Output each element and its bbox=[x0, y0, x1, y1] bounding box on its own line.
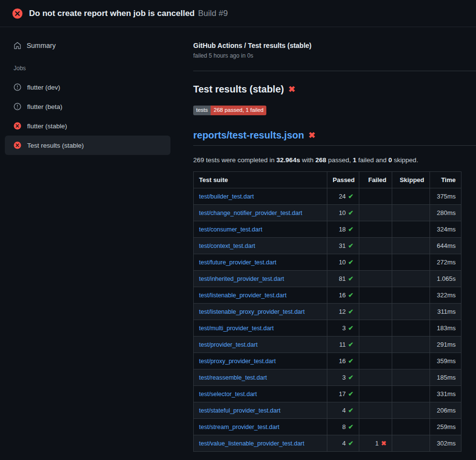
job-label: flutter (dev) bbox=[27, 84, 60, 91]
suite-link[interactable]: test/reassemble_test.dart bbox=[199, 374, 267, 381]
sidebar-item-summary[interactable]: Summary bbox=[5, 38, 170, 53]
tests-badge: tests 268 passed, 1 failed bbox=[193, 106, 266, 115]
skipped-cell bbox=[392, 402, 430, 418]
passed-cell: 12✔ bbox=[327, 303, 359, 320]
sidebar-item-flutter-dev[interactable]: flutter (dev) bbox=[5, 77, 170, 97]
check-icon: ✔ bbox=[348, 193, 353, 200]
main-content: GitHub Actions / Test results (stable) f… bbox=[185, 27, 476, 452]
page: { "colors": { "accent-red": "#f85149", "… bbox=[0, 0, 476, 460]
skipped-cell bbox=[392, 270, 430, 287]
failed-cell bbox=[359, 385, 392, 402]
suite-cell: test/listenable_provider_test.dart bbox=[194, 287, 327, 303]
suite-link[interactable]: test/value_listenable_provider_test.dart bbox=[199, 440, 305, 447]
header: Do not create report when job is cancell… bbox=[0, 0, 476, 27]
job-label: flutter (beta) bbox=[27, 103, 62, 110]
page-title: Do not create report when job is cancell… bbox=[29, 9, 228, 18]
suite-cell: test/multi_provider_test.dart bbox=[194, 320, 327, 336]
report-link[interactable]: reports/test-results.json bbox=[193, 130, 304, 141]
passed-cell: 11✔ bbox=[327, 336, 359, 353]
suite-cell: test/stateful_provider_test.dart bbox=[194, 402, 327, 418]
suite-cell: test/proxy_provider_test.dart bbox=[194, 353, 327, 369]
x-icon: ✖ bbox=[381, 440, 386, 447]
table-row: test/stateful_provider_test.dart4✔206ms bbox=[194, 402, 461, 418]
skipped-cell bbox=[392, 204, 430, 221]
results-table: Test suite Passed Failed Skipped Time te… bbox=[193, 171, 461, 452]
failed-cell bbox=[359, 320, 392, 336]
suite-cell: test/future_provider_test.dart bbox=[194, 254, 327, 270]
skipped-cell bbox=[392, 237, 430, 254]
jobs-section-label: Jobs bbox=[14, 65, 170, 72]
section-title: Test results (stable) ✖ bbox=[193, 84, 476, 95]
sidebar-item-test-results-stable[interactable]: Test results (stable) bbox=[5, 136, 170, 155]
alert-circle-icon bbox=[14, 83, 21, 91]
skipped-cell bbox=[392, 320, 430, 336]
skipped-cell bbox=[392, 221, 430, 237]
sidebar-item-flutter-stable[interactable]: flutter (stable) bbox=[5, 116, 170, 136]
time-cell: 644ms bbox=[430, 237, 461, 254]
table-row: test/future_provider_test.dart10✔272ms bbox=[194, 254, 461, 270]
sidebar-item-flutter-beta[interactable]: flutter (beta) bbox=[5, 97, 170, 116]
suite-cell: test/stream_provider_test.dart bbox=[194, 418, 327, 435]
divider bbox=[193, 71, 476, 71]
layout: Summary Jobs flutter (dev)flutter (beta)… bbox=[0, 27, 476, 452]
failed-cell bbox=[359, 237, 392, 254]
passed-cell: 24✔ bbox=[327, 188, 359, 204]
col-header-failed: Failed bbox=[359, 171, 392, 188]
failed-cell bbox=[359, 418, 392, 435]
skipped-cell bbox=[392, 254, 430, 270]
suite-link[interactable]: test/listenable_proxy_provider_test.dart bbox=[199, 308, 305, 315]
check-icon: ✔ bbox=[348, 423, 353, 430]
table-row: test/change_notifier_provider_test.dart1… bbox=[194, 204, 461, 221]
suite-link[interactable]: test/future_provider_test.dart bbox=[199, 259, 276, 266]
suite-link[interactable]: test/change_notifier_provider_test.dart bbox=[199, 210, 302, 216]
passed-cell: 3✔ bbox=[327, 369, 359, 385]
table-row: test/inherited_provider_test.dart81✔1.06… bbox=[194, 270, 461, 287]
suite-link[interactable]: test/listenable_provider_test.dart bbox=[199, 292, 287, 299]
skipped-cell bbox=[392, 418, 430, 435]
suite-link[interactable]: test/stateful_provider_test.dart bbox=[199, 407, 280, 414]
passed-cell: 4✔ bbox=[327, 435, 359, 451]
time-cell: 331ms bbox=[430, 385, 461, 402]
suite-link[interactable]: test/consumer_test.dart bbox=[199, 226, 262, 233]
check-icon: ✔ bbox=[348, 357, 353, 365]
alert-circle-icon bbox=[14, 103, 21, 110]
passed-cell: 81✔ bbox=[327, 270, 359, 287]
passed-cell: 3✔ bbox=[327, 320, 359, 336]
table-row: test/provider_test.dart11✔291ms bbox=[194, 336, 461, 353]
suite-link[interactable]: test/proxy_provider_test.dart bbox=[199, 358, 276, 365]
suite-link[interactable]: test/builder_test.dart bbox=[199, 193, 254, 200]
check-icon: ✔ bbox=[348, 291, 353, 299]
suite-link[interactable]: test/stream_provider_test.dart bbox=[199, 424, 279, 430]
suite-link[interactable]: test/inherited_provider_test.dart bbox=[199, 276, 284, 282]
sidebar-jobs-list: flutter (dev)flutter (beta)flutter (stab… bbox=[5, 77, 170, 155]
skipped-cell bbox=[392, 353, 430, 369]
check-icon: ✔ bbox=[348, 308, 353, 315]
failed-cell bbox=[359, 204, 392, 221]
suite-link[interactable]: test/context_test.dart bbox=[199, 243, 255, 249]
cross-mark-icon: ✖ bbox=[288, 85, 295, 93]
check-icon: ✔ bbox=[348, 275, 353, 282]
passed-cell: 16✔ bbox=[327, 287, 359, 303]
suite-cell: test/reassemble_test.dart bbox=[194, 369, 327, 385]
table-row: test/multi_provider_test.dart3✔183ms bbox=[194, 320, 461, 336]
table-row: test/stream_provider_test.dart8✔259ms bbox=[194, 418, 461, 435]
summary-text: 269 tests were completed in 32.964s with… bbox=[193, 156, 476, 164]
passed-cell: 16✔ bbox=[327, 353, 359, 369]
check-icon: ✔ bbox=[348, 390, 353, 398]
table-row: test/consumer_test.dart18✔324ms bbox=[194, 221, 461, 237]
table-row: test/listenable_proxy_provider_test.dart… bbox=[194, 303, 461, 320]
skipped-cell bbox=[392, 188, 430, 204]
time-cell: 302ms bbox=[430, 435, 461, 451]
skipped-cell bbox=[392, 303, 430, 320]
suite-link[interactable]: test/selector_test.dart bbox=[199, 391, 257, 398]
sidebar: Summary Jobs flutter (dev)flutter (beta)… bbox=[0, 27, 185, 155]
passed-cell: 8✔ bbox=[327, 418, 359, 435]
check-icon: ✔ bbox=[348, 324, 353, 332]
failed-cell bbox=[359, 336, 392, 353]
skipped-cell bbox=[392, 369, 430, 385]
col-header-passed: Passed bbox=[327, 171, 359, 188]
suite-link[interactable]: test/multi_provider_test.dart bbox=[199, 325, 274, 332]
job-label: Test results (stable) bbox=[27, 142, 84, 149]
check-icon: ✔ bbox=[348, 226, 353, 233]
suite-link[interactable]: test/provider_test.dart bbox=[199, 341, 258, 348]
